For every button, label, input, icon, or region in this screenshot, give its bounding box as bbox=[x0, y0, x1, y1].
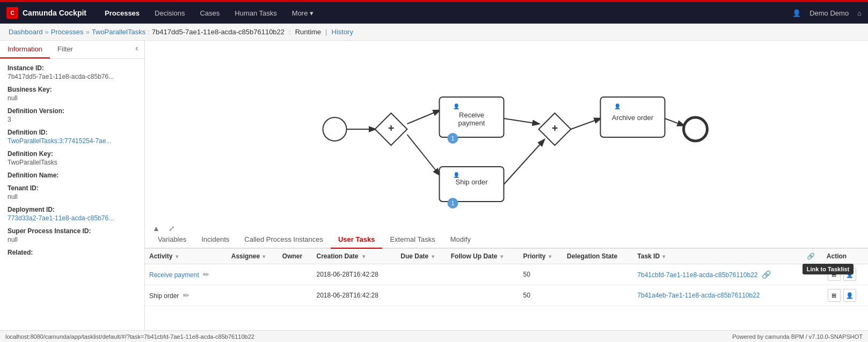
sidebar-label-deployment-id: Deployment ID: bbox=[8, 206, 137, 213]
action-user-btn-2[interactable]: 👤 bbox=[843, 289, 856, 302]
sidebar-collapse-button[interactable]: ‹ bbox=[132, 43, 142, 54]
user-name[interactable]: Demo Demo bbox=[809, 9, 849, 17]
sort-icon-task-id[interactable]: ▾ bbox=[662, 254, 665, 259]
top-nav: C Camunda Cockpit Processes Decisions Ca… bbox=[0, 2, 868, 24]
sidebar-value-def-key: TwoParallelTasks bbox=[8, 159, 137, 166]
cell-link-tasklist-2 bbox=[803, 285, 822, 306]
svg-text:C: C bbox=[10, 10, 14, 16]
svg-text:+: + bbox=[388, 122, 395, 134]
sort-icon-creation-date[interactable]: ▼ bbox=[361, 254, 367, 259]
flow-arrow bbox=[504, 118, 539, 124]
flow-arrow bbox=[571, 118, 601, 129]
tab-user-tasks[interactable]: User Tasks bbox=[331, 231, 382, 249]
action-grid-btn-1[interactable]: ⊞ bbox=[828, 268, 841, 281]
edit-icon-2[interactable]: ✏ bbox=[183, 291, 189, 300]
table-wrapper: Activity ▾ Assignee ▾ Owner Creation Dat… bbox=[145, 249, 868, 306]
sidebar-label-def-name: Definition Name: bbox=[8, 172, 137, 179]
sidebar-field-deployment-id: Deployment ID: 773d33a2-7ae1-11e8-acda-c… bbox=[8, 206, 137, 222]
activity-label-2: Ship order bbox=[149, 292, 179, 300]
sidebar-field-tenant-id: Tenant ID: null bbox=[8, 184, 137, 200]
top-nav-links: Processes Decisions Cases Human Tasks Mo… bbox=[97, 2, 321, 24]
cell-follow-up-date-1 bbox=[447, 264, 519, 285]
end-event[interactable] bbox=[684, 117, 707, 141]
sort-icon-activity[interactable]: ▾ bbox=[176, 254, 178, 259]
cell-activity-1: Receive payment ✏ bbox=[145, 264, 227, 285]
tasklist-link-icon-1[interactable]: 🔗 bbox=[762, 270, 771, 279]
nav-human-tasks[interactable]: Human Tasks bbox=[227, 2, 285, 24]
link-to-tasklist-header: 🔗 bbox=[807, 252, 815, 260]
bottom-panel: Variables Incidents Called Process Insta… bbox=[145, 231, 868, 331]
cell-owner-2 bbox=[278, 285, 312, 306]
sidebar-field-def-name: Definition Name: bbox=[8, 172, 137, 179]
home-icon[interactable]: ⌂ bbox=[857, 9, 862, 17]
sidebar-value-instance-id: 7b417dd5-7ae1-11e8-acda-c85b76... bbox=[8, 73, 137, 80]
svg-text:Receive: Receive bbox=[459, 111, 484, 119]
breadcrumb-dashboard[interactable]: Dashboard bbox=[9, 28, 43, 36]
cell-link-tasklist-1 bbox=[803, 264, 822, 285]
brand-name: Camunda Cockpit bbox=[23, 9, 86, 17]
sidebar-tab-information[interactable]: Information bbox=[0, 41, 50, 58]
sort-icon-priority[interactable]: ▾ bbox=[549, 254, 551, 259]
sidebar-label-related: Related: bbox=[8, 249, 137, 256]
breadcrumb-definition[interactable]: TwoParallelTasks bbox=[92, 28, 145, 36]
sidebar-field-instance-id: Instance ID: 7b417dd5-7ae1-11e8-acda-c85… bbox=[8, 64, 137, 80]
cell-creation-date-2: 2018-06-28T16:42:28 bbox=[312, 285, 396, 306]
breadcrumb-runtime: Runtime bbox=[295, 28, 321, 36]
tab-external-tasks[interactable]: External Tasks bbox=[382, 231, 442, 249]
svg-text:1: 1 bbox=[451, 200, 454, 206]
sidebar-label-instance-id: Instance ID: bbox=[8, 64, 137, 72]
sidebar-value-tenant-id: null bbox=[8, 193, 137, 200]
nav-cases[interactable]: Cases bbox=[192, 2, 227, 24]
tab-variables[interactable]: Variables bbox=[150, 231, 194, 249]
tab-called-process-instances[interactable]: Called Process Instances bbox=[237, 231, 331, 249]
brand: C Camunda Cockpit bbox=[6, 7, 86, 19]
task-id-link-1[interactable]: 7b41cbfd-7ae1-11e8-acda-c85b76110b22 bbox=[637, 271, 757, 279]
cell-due-date-2 bbox=[396, 285, 446, 306]
sidebar-value-super-instance: null bbox=[8, 236, 137, 243]
breadcrumb-history[interactable]: History bbox=[332, 28, 353, 36]
svg-text:👤: 👤 bbox=[453, 103, 460, 110]
sidebar-value-def-id[interactable]: TwoParallelTasks:3:77415254-7ae... bbox=[8, 137, 111, 145]
tab-bar: Variables Incidents Called Process Insta… bbox=[145, 231, 868, 249]
col-creation-date: Creation Date ▼ bbox=[312, 249, 396, 264]
bpmn-canvas: + 👤 Receive payment 1 👤 Ship order bbox=[145, 41, 868, 239]
col-link-to-tasklist: 🔗 Link to Tasklist bbox=[803, 249, 822, 264]
breadcrumb-processes[interactable]: Processes bbox=[51, 28, 84, 36]
sort-icon-due-date[interactable]: ▾ bbox=[432, 254, 434, 259]
col-activity: Activity ▾ bbox=[145, 249, 227, 264]
action-grid-btn-2[interactable]: ⊞ bbox=[828, 289, 841, 302]
sidebar-label-def-key: Definition Key: bbox=[8, 150, 137, 158]
cell-priority-2: 50 bbox=[519, 285, 563, 306]
sidebar-field-related: Related: bbox=[8, 249, 137, 256]
activity-link-1[interactable]: Receive payment bbox=[149, 271, 199, 279]
sidebar-tab-filter[interactable]: Filter bbox=[50, 41, 81, 58]
svg-text:👤: 👤 bbox=[614, 103, 621, 110]
cell-activity-2: Ship order ✏ bbox=[145, 285, 227, 306]
col-due-date: Due Date ▾ bbox=[396, 249, 446, 264]
col-task-id: Task ID ▾ bbox=[633, 249, 803, 264]
svg-text:+: + bbox=[552, 122, 558, 134]
sidebar-field-def-id: Definition ID: TwoParallelTasks:3:774152… bbox=[8, 129, 137, 145]
action-user-btn-1[interactable]: 👤 bbox=[843, 268, 856, 281]
nav-processes[interactable]: Processes bbox=[97, 2, 147, 24]
nav-decisions[interactable]: Decisions bbox=[147, 2, 192, 24]
sidebar-field-business-key: Business Key: null bbox=[8, 86, 137, 102]
edit-icon-1[interactable]: ✏ bbox=[203, 270, 209, 279]
tab-incidents[interactable]: Incidents bbox=[194, 231, 237, 249]
status-bar: localhost:8080/camunda/app/tasklist/defa… bbox=[0, 330, 868, 331]
start-event[interactable] bbox=[323, 117, 347, 141]
col-action: Action bbox=[822, 249, 868, 264]
cell-assignee-2 bbox=[227, 285, 278, 306]
cell-action-2: ⊞ 👤 bbox=[822, 285, 868, 306]
canvas-area: ✕ ↻ + ⏸ ✥ + − + 👤 Rece bbox=[145, 41, 868, 331]
sort-icon-follow-up-date[interactable]: ▾ bbox=[500, 254, 503, 259]
sort-icon-assignee[interactable]: ▾ bbox=[262, 254, 265, 259]
cell-task-id-1: 7b41cbfd-7ae1-11e8-acda-c85b76110b22 🔗 bbox=[633, 264, 803, 285]
nav-more[interactable]: More ▾ bbox=[285, 2, 321, 24]
sidebar-value-deployment-id[interactable]: 773d33a2-7ae1-11e8-acda-c85b76... bbox=[8, 214, 114, 222]
task-id-link-2[interactable]: 7b41a4eb-7ae1-11e8-acda-c85b76110b22 bbox=[637, 292, 760, 299]
cell-delegation-state-2 bbox=[563, 285, 633, 306]
tab-modify[interactable]: Modify bbox=[443, 231, 478, 249]
sidebar-field-super-instance: Super Process Instance ID: null bbox=[8, 227, 137, 243]
sidebar-label-def-version: Definition Version: bbox=[8, 107, 137, 115]
